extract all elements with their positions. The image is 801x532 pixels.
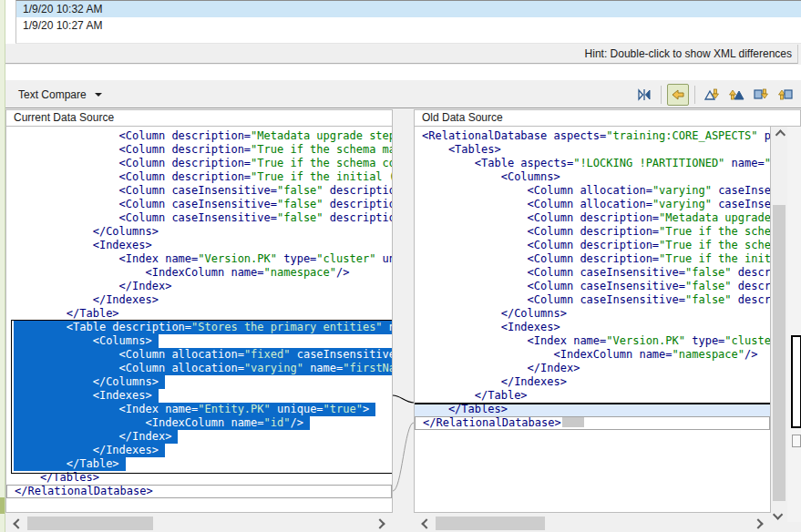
code-line[interactable]: </Index> bbox=[6, 430, 392, 444]
right-horizontal-scrollbar[interactable] bbox=[414, 516, 771, 531]
code-line[interactable]: <Column description="Metadata upgrade st… bbox=[415, 211, 770, 225]
code-line[interactable]: <Columns> bbox=[6, 334, 392, 348]
next-change-icon bbox=[753, 87, 769, 102]
scroll-right-button[interactable] bbox=[751, 516, 765, 531]
code-line[interactable]: </Tables> bbox=[6, 471, 392, 485]
code-line[interactable]: </Columns> bbox=[6, 375, 392, 389]
scroll-down-button[interactable] bbox=[771, 506, 787, 522]
scroll-up-button[interactable] bbox=[771, 127, 787, 142]
code-line[interactable]: <Table aspects="!LOCKING !PARTITIONED" n… bbox=[415, 157, 770, 170]
code-line[interactable]: <Column description="True if the schema … bbox=[415, 225, 770, 239]
swap-view-icon bbox=[637, 87, 652, 102]
overview-ruler bbox=[787, 127, 801, 522]
code-line[interactable]: <Column description="True if the schema … bbox=[6, 157, 392, 170]
code-line[interactable]: <Column description="True if the schema … bbox=[415, 239, 770, 252]
swap-view-button[interactable] bbox=[633, 84, 655, 106]
code-line[interactable]: </Columns> bbox=[6, 225, 392, 239]
code-line[interactable]: </Table> bbox=[6, 307, 392, 321]
code-line[interactable]: </Table> bbox=[415, 389, 770, 403]
section-gap bbox=[5, 65, 801, 80]
next-difference-icon bbox=[703, 87, 720, 102]
hint-bar: Hint: Double-click to show XML differenc… bbox=[5, 45, 798, 64]
left-pane-title: Current Data Source bbox=[5, 109, 393, 127]
code-line[interactable]: <Column allocation="varying" caseInsensi… bbox=[415, 184, 770, 198]
code-line[interactable]: <Index name="Entity.PK" unique="true"> bbox=[6, 403, 392, 416]
code-line[interactable]: <Column description="True if the initial… bbox=[415, 252, 770, 266]
code-line[interactable]: <Column allocation="varying" name="first… bbox=[6, 362, 392, 375]
code-line[interactable]: <IndexColumn name="namespace"/> bbox=[415, 348, 770, 362]
right-code[interactable]: <RelationalDatabase aspects="training:CO… bbox=[414, 127, 771, 513]
code-line[interactable]: <Tables> bbox=[415, 143, 770, 157]
scroll-right-button[interactable] bbox=[373, 516, 387, 531]
code-line[interactable]: </RelationalDatabase> bbox=[415, 416, 770, 430]
code-line[interactable]: </RelationalDatabase> bbox=[6, 485, 392, 498]
compare-mode-dropdown[interactable]: Text Compare bbox=[14, 85, 107, 104]
code-line[interactable]: <IndexColumn name="namespace"/> bbox=[6, 266, 392, 280]
code-line[interactable]: </Indexes> bbox=[415, 375, 770, 389]
next-difference-button[interactable] bbox=[701, 84, 723, 106]
code-line[interactable]: <RelationalDatabase aspects="training:CO… bbox=[415, 129, 770, 143]
code-line[interactable]: <Table description="Stores the primary e… bbox=[6, 321, 392, 334]
code-line[interactable]: </Indexes> bbox=[6, 444, 392, 457]
history-row[interactable]: 1/9/20 10:32 AM bbox=[16, 1, 801, 17]
right-pane-title: Old Data Source bbox=[414, 109, 801, 127]
previous-change-button[interactable] bbox=[775, 84, 796, 106]
history-list: 1/9/20 10:32 AM 1/9/20 10:27 AM bbox=[15, 0, 801, 44]
code-line[interactable]: <Column caseInsensitive="false" descript… bbox=[6, 184, 392, 198]
code-line[interactable]: <Columns> bbox=[415, 170, 770, 184]
code-line[interactable]: <Index name="Version.PK" type="cluster" … bbox=[415, 334, 770, 348]
chevron-down-icon bbox=[773, 509, 783, 519]
chevron-right-icon bbox=[375, 518, 385, 528]
code-line[interactable]: <IndexColumn name="id"/> bbox=[6, 416, 392, 430]
toolbar-separator bbox=[661, 86, 662, 104]
code-line[interactable]: </Table> bbox=[6, 457, 392, 471]
scroll-left-button[interactable] bbox=[11, 516, 26, 531]
vertical-scrollbar[interactable] bbox=[771, 127, 787, 522]
left-edge-change-marker[interactable] bbox=[0, 497, 5, 514]
code-line[interactable]: <Column allocation="fixed" caseInsensiti… bbox=[6, 348, 392, 362]
code-line[interactable]: <Column caseInsensitive="false" descript… bbox=[415, 266, 770, 280]
code-line[interactable]: <Indexes> bbox=[6, 239, 392, 252]
code-line[interactable]: <Indexes> bbox=[415, 321, 770, 334]
current-diff-marker[interactable] bbox=[791, 335, 801, 428]
history-row[interactable]: 1/9/20 10:27 AM bbox=[16, 17, 801, 34]
chevron-down-icon bbox=[95, 93, 102, 97]
chevron-right-icon bbox=[753, 518, 763, 528]
compare-toolbar: Text Compare bbox=[5, 80, 801, 108]
code-line[interactable]: <Column caseInsensitive="false" descript… bbox=[6, 211, 392, 225]
scroll-left-button[interactable] bbox=[419, 516, 434, 531]
code-line[interactable]: </Tables> bbox=[415, 403, 770, 416]
code-line[interactable]: </Index> bbox=[6, 280, 392, 293]
next-change-button[interactable] bbox=[750, 84, 772, 106]
history-section: 1/9/20 10:32 AM 1/9/20 10:27 AM bbox=[5, 0, 801, 44]
code-line[interactable]: <Column allocation="varying" caseInsensi… bbox=[415, 198, 770, 211]
code-line[interactable]: </Columns> bbox=[415, 307, 770, 321]
code-line[interactable]: <Column caseInsensitive="false" descript… bbox=[6, 198, 392, 211]
chevron-up-icon bbox=[775, 129, 786, 139]
right-horizontal-scrollbar-thumb[interactable] bbox=[436, 517, 545, 530]
toolbar-icons bbox=[633, 84, 796, 106]
compare-editor-window: 1/9/20 10:32 AM 1/9/20 10:27 AM Hint: Do… bbox=[0, 0, 801, 532]
code-line[interactable]: <Column description="True if the schema … bbox=[6, 143, 392, 157]
code-line[interactable]: </Indexes> bbox=[6, 293, 392, 307]
left-horizontal-scrollbar-thumb[interactable] bbox=[27, 517, 153, 530]
left-horizontal-scrollbar[interactable] bbox=[5, 516, 393, 531]
code-line[interactable]: <Column description="True if the initial… bbox=[6, 170, 392, 184]
vertical-scrollbar-thumb[interactable] bbox=[773, 205, 786, 501]
chevron-left-icon bbox=[421, 518, 431, 528]
code-line[interactable]: <Column caseInsensitive="false" descript… bbox=[415, 293, 770, 307]
compare-mode-label: Text Compare bbox=[18, 88, 87, 101]
code-line[interactable]: <Indexes> bbox=[6, 389, 392, 403]
code-line[interactable]: </Index> bbox=[415, 362, 770, 375]
previous-difference-button[interactable] bbox=[725, 84, 747, 106]
copy-all-right-to-left-button[interactable] bbox=[667, 84, 689, 106]
code-line[interactable]: <Index name="Version.PK" type="cluster" … bbox=[6, 252, 392, 266]
code-line[interactable]: <Column caseInsensitive="false" descript… bbox=[415, 280, 770, 293]
previous-difference-icon bbox=[728, 87, 745, 102]
code-line[interactable]: <Column description="Metadata upgrade st… bbox=[6, 129, 392, 143]
diff-marker[interactable] bbox=[792, 435, 801, 447]
diff-connector-lines bbox=[393, 127, 414, 513]
toolbar-separator bbox=[694, 86, 695, 104]
left-code[interactable]: <Column description="Metadata upgrade st… bbox=[5, 127, 393, 513]
copy-all-right-to-left-icon bbox=[671, 87, 685, 102]
